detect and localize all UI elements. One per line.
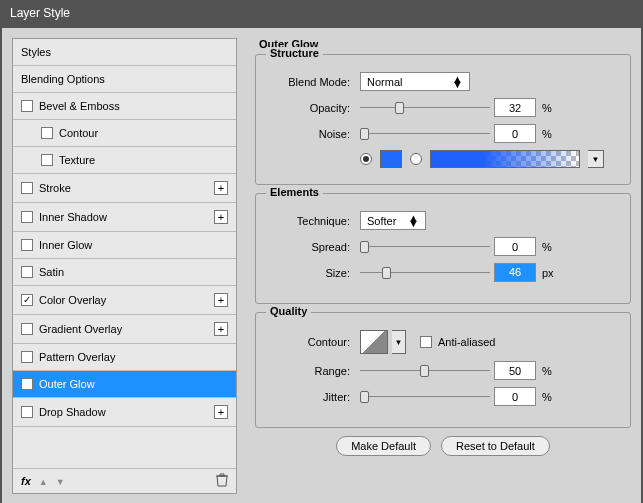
trash-icon[interactable] [216,473,228,489]
add-effect-icon[interactable]: + [214,322,228,336]
style-label: Inner Shadow [39,211,107,223]
add-effect-icon[interactable]: + [214,210,228,224]
move-up-icon[interactable] [39,475,48,487]
style-label: Bevel & Emboss [39,100,120,112]
spread-slider[interactable] [360,240,490,254]
blend-mode-label: Blend Mode: [270,76,360,88]
checkbox-icon[interactable] [21,266,33,278]
style-label: Pattern Overlay [39,351,115,363]
noise-slider[interactable] [360,127,490,141]
reset-default-button[interactable]: Reset to Default [441,436,550,456]
checkbox-icon[interactable] [21,182,33,194]
size-slider[interactable] [360,266,490,280]
style-label: Stroke [39,182,71,194]
range-label: Range: [270,365,360,377]
checkbox-icon[interactable] [21,351,33,363]
jitter-input[interactable] [494,387,536,406]
gradient-preview[interactable] [430,150,580,168]
opacity-slider[interactable] [360,101,490,115]
fx-menu[interactable]: fx [21,475,31,487]
contour-label: Contour: [270,336,360,348]
style-label: Outer Glow [39,378,95,390]
checkbox-icon[interactable] [41,127,53,139]
noise-unit: % [542,128,552,140]
range-input[interactable] [494,361,536,380]
anti-aliased-checkbox[interactable] [420,336,432,348]
contour-dropdown-icon[interactable]: ▼ [392,330,406,354]
contour-preview[interactable] [360,330,388,354]
add-effect-icon[interactable]: + [214,293,228,307]
gradient-radio[interactable] [410,153,422,165]
style-inner-glow[interactable]: Inner Glow [13,232,236,259]
style-label: Styles [21,46,51,58]
style-gradient-overlay[interactable]: Gradient Overlay+ [13,315,236,344]
jitter-label: Jitter: [270,391,360,403]
checkbox-icon[interactable] [21,323,33,335]
jitter-unit: % [542,391,552,403]
style-outer-glow[interactable]: Outer Glow [13,371,236,398]
add-effect-icon[interactable]: + [214,181,228,195]
style-label: Color Overlay [39,294,106,306]
noise-label: Noise: [270,128,360,140]
style-pattern-overlay[interactable]: Pattern Overlay [13,344,236,371]
spread-input[interactable] [494,237,536,256]
move-down-icon[interactable] [56,475,65,487]
checkbox-icon[interactable] [21,211,33,223]
opacity-unit: % [542,102,552,114]
window-title: Layer Style [0,0,643,26]
style-label: Texture [59,154,95,166]
main-area: StylesBlending OptionsBevel & EmbossCont… [2,28,641,503]
quality-group: Quality Contour: ▼ Anti-aliased Range: %… [255,312,631,428]
elements-legend: Elements [266,186,323,198]
checkbox-icon[interactable] [21,378,33,390]
anti-aliased-label: Anti-aliased [438,336,495,348]
structure-legend: Structure [266,47,323,59]
checkbox-icon[interactable] [21,406,33,418]
style-satin[interactable]: Satin [13,259,236,286]
style-label: Inner Glow [39,239,92,251]
size-input[interactable]: 46 [494,263,536,282]
add-effect-icon[interactable]: + [214,405,228,419]
style-drop-shadow[interactable]: Drop Shadow+ [13,398,236,427]
opacity-input[interactable] [494,98,536,117]
style-label: Drop Shadow [39,406,106,418]
style-label: Satin [39,266,64,278]
style-label: Blending Options [21,73,105,85]
color-swatch[interactable] [380,150,402,168]
style-label: Gradient Overlay [39,323,122,335]
quality-legend: Quality [266,305,311,317]
blend-mode-select[interactable]: Normal ▲▼ [360,72,470,91]
elements-group: Elements Technique: Softer ▲▼ Spread: % … [255,193,631,304]
sidebar-footer: fx [13,468,236,493]
style-contour[interactable]: Contour [13,120,236,147]
checkbox-icon[interactable] [21,239,33,251]
spread-label: Spread: [270,241,360,253]
style-inner-shadow[interactable]: Inner Shadow+ [13,203,236,232]
checkbox-icon[interactable] [21,100,33,112]
style-label: Contour [59,127,98,139]
checkbox-icon[interactable] [41,154,53,166]
gradient-dropdown-icon[interactable]: ▼ [588,150,604,168]
style-stroke[interactable]: Stroke+ [13,174,236,203]
size-label: Size: [270,267,360,279]
styles-sidebar: StylesBlending OptionsBevel & EmbossCont… [12,38,237,494]
size-unit: px [542,267,554,279]
range-slider[interactable] [360,364,490,378]
style-color-overlay[interactable]: Color Overlay+ [13,286,236,315]
noise-input[interactable] [494,124,536,143]
spread-unit: % [542,241,552,253]
technique-select[interactable]: Softer ▲▼ [360,211,426,230]
settings-panel: Outer Glow Structure Blend Mode: Normal … [255,38,631,494]
range-unit: % [542,365,552,377]
solid-color-radio[interactable] [360,153,372,165]
style-blending-options[interactable]: Blending Options [13,66,236,93]
style-bevel-emboss[interactable]: Bevel & Emboss [13,93,236,120]
structure-group: Structure Blend Mode: Normal ▲▼ Opacity:… [255,54,631,185]
make-default-button[interactable]: Make Default [336,436,431,456]
jitter-slider[interactable] [360,390,490,404]
style-texture[interactable]: Texture [13,147,236,174]
technique-label: Technique: [270,215,360,227]
checkbox-icon[interactable] [21,294,33,306]
style-styles[interactable]: Styles [13,39,236,66]
opacity-label: Opacity: [270,102,360,114]
